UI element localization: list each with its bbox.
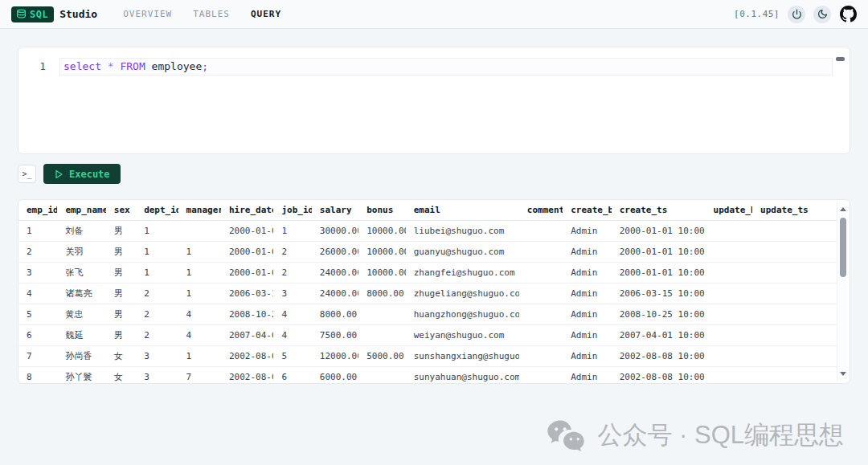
sql-operator: * — [108, 60, 121, 72]
code-content[interactable]: select * FROM employee; — [60, 59, 832, 75]
nav-tab-overview[interactable]: OVERVIEW — [123, 9, 172, 19]
table-cell: 魏延 — [57, 325, 105, 346]
column-header-create_ts[interactable]: create_ts — [612, 200, 706, 221]
table-cell: 1 — [18, 221, 57, 242]
version-label: [0.1.45] — [734, 9, 780, 19]
table-cell: 3 — [136, 346, 178, 367]
column-header-comments[interactable]: comments — [519, 200, 563, 221]
theme-toggle-button[interactable] — [813, 6, 831, 23]
table-cell — [752, 346, 837, 367]
table-cell: 7 — [178, 367, 221, 384]
table-cell — [752, 283, 837, 304]
column-header-bonus[interactable]: bonus — [358, 200, 405, 221]
table-cell: 5000.00 — [358, 346, 405, 367]
table-cell: Admin — [563, 263, 611, 283]
github-link[interactable] — [839, 6, 857, 23]
table-cell — [519, 367, 563, 384]
table-cell: 男 — [106, 242, 136, 263]
table-cell: Admin — [563, 242, 611, 263]
table-cell: 5 — [273, 346, 311, 367]
editor-scrollbar-thumb[interactable] — [836, 57, 845, 61]
column-header-update_by[interactable]: update_by — [706, 200, 752, 221]
table-row[interactable]: 6魏延男242007-04-0147500.00weiyan@shuguo.co… — [18, 325, 837, 346]
table-cell — [519, 221, 563, 242]
table-cell: 1 — [136, 263, 178, 283]
table-header-row: emp_idemp_namesexdept_idmanagerhire_date… — [18, 200, 837, 221]
table-cell: 2008-10-25 10:00:00 — [612, 304, 706, 325]
sql-identifier: employee — [152, 60, 203, 72]
terminal-toggle-button[interactable]: >_ — [18, 165, 36, 183]
scrollbar-up-arrow-icon[interactable] — [840, 207, 846, 211]
watermark-text: 公众号 · SQL编程思想 — [597, 418, 844, 452]
power-icon — [792, 9, 802, 19]
table-cell: 诸葛亮 — [57, 283, 105, 304]
table-row[interactable]: 7孙尚香女312002-08-08512000.005000.00sunshan… — [18, 346, 837, 367]
column-header-manager[interactable]: manager — [178, 200, 221, 221]
table-cell: 5 — [18, 304, 57, 325]
table-cell: guanyu@shuguo.com — [406, 242, 519, 263]
results-scrollbar[interactable] — [837, 202, 848, 381]
execute-button-label: Execute — [69, 169, 110, 180]
table-cell — [752, 367, 837, 384]
table-cell: 2008-10-25 — [221, 304, 274, 325]
table-cell: 4 — [273, 325, 311, 346]
table-cell: 24000.00 — [312, 263, 358, 283]
column-header-hire_date[interactable]: hire_date — [221, 200, 274, 221]
line-number: 1 — [18, 59, 60, 75]
table-cell: 2 — [136, 304, 178, 325]
table-cell: Admin — [563, 304, 611, 325]
table-cell: 30000.00 — [312, 221, 358, 242]
column-header-update_ts[interactable]: update_ts — [752, 200, 837, 221]
table-cell: 1 — [178, 242, 221, 263]
table-cell — [752, 325, 837, 346]
table-cell: Admin — [563, 367, 611, 384]
sql-editor[interactable]: 1 select * FROM employee; — [18, 47, 850, 154]
column-header-email[interactable]: email — [406, 200, 519, 221]
column-header-sex[interactable]: sex — [106, 200, 136, 221]
table-row[interactable]: 3张飞男112000-01-01224000.0010000.00zhangfe… — [18, 263, 837, 283]
table-row[interactable]: 1刘备男12000-01-01130000.0010000.00liubei@s… — [18, 221, 837, 242]
table-cell: 10000.00 — [358, 263, 405, 283]
table-cell: 孙尚香 — [57, 346, 105, 367]
table-cell — [706, 325, 752, 346]
column-header-emp_id[interactable]: emp_id — [18, 200, 57, 221]
scrollbar-thumb[interactable] — [840, 218, 846, 277]
scrollbar-down-arrow-icon[interactable] — [840, 372, 846, 376]
table-cell: 2 — [273, 263, 311, 283]
table-cell — [752, 221, 837, 242]
table-cell — [519, 263, 563, 283]
power-button[interactable] — [788, 6, 805, 23]
nav-tab-query[interactable]: QUERY — [251, 9, 281, 19]
table-cell — [519, 325, 563, 346]
column-header-job_id[interactable]: job_id — [273, 200, 311, 221]
table-cell: 黄忠 — [57, 304, 105, 325]
sql-semicolon: ; — [202, 60, 208, 72]
results-table: emp_idemp_namesexdept_idmanagerhire_date… — [18, 200, 837, 383]
table-cell: Admin — [563, 325, 611, 346]
column-header-emp_name[interactable]: emp_name — [57, 200, 105, 221]
table-row[interactable]: 4诸葛亮男212006-03-15324000.008000.00zhugeli… — [18, 283, 837, 304]
table-cell: 8 — [18, 367, 57, 384]
table-row[interactable]: 8孙丫鬟女372002-08-0866000.00sunyahuan@shugu… — [18, 367, 837, 384]
nav-tab-tables[interactable]: TABLES — [193, 9, 230, 19]
main-nav: OVERVIEW TABLES QUERY — [123, 9, 281, 19]
table-cell: 4 — [18, 283, 57, 304]
table-cell: 1 — [136, 242, 178, 263]
column-header-create_by[interactable]: create_by — [563, 200, 611, 221]
table-cell: Admin — [563, 346, 611, 367]
table-cell: 2000-01-01 10:00:00 — [612, 263, 706, 283]
table-cell: 2 — [136, 283, 178, 304]
app-logo[interactable]: SQL — [11, 6, 54, 22]
moon-icon — [817, 9, 828, 19]
execute-button[interactable]: Execute — [43, 164, 121, 184]
table-cell: 男 — [106, 304, 136, 325]
table-cell: sunshangxiang@shuguo.com — [406, 346, 519, 367]
table-cell: 2007-04-01 — [221, 325, 274, 346]
table-cell: 2000-01-01 — [221, 242, 274, 263]
table-cell — [358, 367, 405, 384]
column-header-salary[interactable]: salary — [312, 200, 358, 221]
table-cell: 4 — [178, 304, 221, 325]
table-row[interactable]: 5黄忠男242008-10-2548000.00huangzhong@shugu… — [18, 304, 837, 325]
column-header-dept_id[interactable]: dept_id — [136, 200, 178, 221]
table-row[interactable]: 2关羽男112000-01-01226000.0010000.00guanyu@… — [18, 242, 837, 263]
